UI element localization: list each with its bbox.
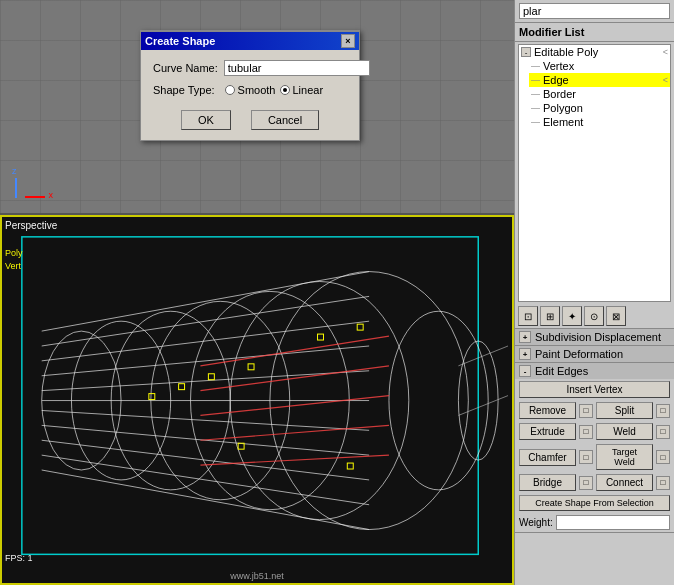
panel-toolbar: ⊡ ⊞ ✦ ⊙ ⊠ xyxy=(515,304,674,329)
toolbar-icon-3[interactable]: ✦ xyxy=(562,306,582,326)
watermark: www.jb51.net xyxy=(230,571,284,581)
vert-label: Vert xyxy=(5,260,23,273)
ok-button[interactable]: OK xyxy=(181,110,231,130)
toolbar-icon-1[interactable]: ⊡ xyxy=(518,306,538,326)
bottom-area: Perspective Poly Vert FPS: 1 xyxy=(0,215,514,585)
poly-label: Poly xyxy=(5,247,23,260)
toolbar-icon-4[interactable]: ⊙ xyxy=(584,306,604,326)
paint-label: Paint Deformation xyxy=(535,348,623,360)
axis-indicator xyxy=(10,173,40,203)
dialog-buttons: OK Cancel xyxy=(153,106,347,130)
bridge-icon[interactable]: □ xyxy=(579,476,593,490)
weight-label: Weight: xyxy=(519,517,553,528)
remove-icon[interactable]: □ xyxy=(579,404,593,418)
dash-icon-2: — xyxy=(531,75,540,85)
left-area: Create Shape × Curve Name: Shape Type: xyxy=(0,0,514,585)
edit-edges-header[interactable]: - Edit Edges xyxy=(515,363,674,379)
object-name-input[interactable] xyxy=(519,3,670,19)
split-button[interactable]: Split xyxy=(596,402,653,419)
dialog-titlebar[interactable]: Create Shape × xyxy=(141,32,359,50)
create-shape-button[interactable]: Create Shape From Selection xyxy=(519,495,670,511)
toolbar-icon-2[interactable]: ⊞ xyxy=(540,306,560,326)
subdivision-label: Subdivision Displacement xyxy=(535,331,661,343)
remove-button[interactable]: Remove xyxy=(519,402,576,419)
shape-type-row: Shape Type: Smooth Linear xyxy=(153,84,347,96)
shape-type-label: Shape Type: xyxy=(153,84,215,96)
paint-header[interactable]: + Paint Deformation xyxy=(515,346,674,362)
connect-icon[interactable]: □ xyxy=(656,476,670,490)
subdivision-toggle[interactable]: + xyxy=(519,331,531,343)
insert-vertex-button[interactable]: Insert Vertex xyxy=(519,381,670,398)
tree-item-border[interactable]: — Border xyxy=(529,87,670,101)
tree-item-polygon[interactable]: — Polygon xyxy=(529,101,670,115)
extrude-button[interactable]: Extrude xyxy=(519,423,576,440)
smooth-option[interactable]: Smooth xyxy=(225,84,276,96)
weight-input[interactable] xyxy=(556,515,670,530)
chamfer-icon[interactable]: □ xyxy=(579,450,593,464)
perspective-label: Perspective xyxy=(5,220,57,231)
connect-button[interactable]: Connect xyxy=(596,474,653,491)
bridge-connect-row: Bridge □ Connect □ xyxy=(515,472,674,493)
side-labels: Poly Vert xyxy=(5,247,23,272)
create-shape-row: Create Shape From Selection xyxy=(515,493,674,513)
top-viewport[interactable]: Create Shape × Curve Name: Shape Type: xyxy=(0,0,514,215)
edit-edges-section: - Edit Edges Insert Vertex Remove □ Spli… xyxy=(515,363,674,533)
main-container: Create Shape × Curve Name: Shape Type: xyxy=(0,0,674,585)
modifier-tree[interactable]: - Editable Poly < — Vertex — Edge < — Bo… xyxy=(518,44,671,302)
bridge-button[interactable]: Bridge xyxy=(519,474,576,491)
dialog-body: Curve Name: Shape Type: Smooth Lin xyxy=(141,50,359,140)
right-panel: Modifier List - Editable Poly < — Vertex… xyxy=(514,0,674,585)
dialog-overlay: Create Shape × Curve Name: Shape Type: xyxy=(140,30,360,141)
dash-icon-3: — xyxy=(531,89,540,99)
subdivision-header[interactable]: + Subdivision Displacement xyxy=(515,329,674,345)
tree-item-vertex[interactable]: — Vertex xyxy=(529,59,670,73)
create-shape-dialog: Create Shape × Curve Name: Shape Type: xyxy=(140,30,360,141)
smooth-radio[interactable] xyxy=(225,85,235,95)
extrude-weld-row: Extrude □ Weld □ xyxy=(515,421,674,442)
paint-section: + Paint Deformation xyxy=(515,346,674,363)
target-weld-button[interactable]: Target Weld xyxy=(596,444,653,470)
vertex-label: Vertex xyxy=(543,60,574,72)
linear-label: Linear xyxy=(293,84,324,96)
dash-icon-4: — xyxy=(531,103,540,113)
curve-name-label: Curve Name: xyxy=(153,62,218,74)
curve-name-row: Curve Name: xyxy=(153,60,347,76)
remove-split-row: Remove □ Split □ xyxy=(515,400,674,421)
curve-name-input[interactable] xyxy=(224,60,370,76)
edit-edges-label: Edit Edges xyxy=(535,365,588,377)
tree-item-edge[interactable]: — Edge < xyxy=(529,73,670,87)
split-icon[interactable]: □ xyxy=(656,404,670,418)
linear-radio[interactable] xyxy=(280,85,290,95)
paint-toggle[interactable]: + xyxy=(519,348,531,360)
edge-arrow: < xyxy=(663,75,668,85)
element-label: Element xyxy=(543,116,583,128)
tree-item-editable-poly[interactable]: - Editable Poly < xyxy=(519,45,670,59)
edge-label: Edge xyxy=(543,74,569,86)
weld-icon[interactable]: □ xyxy=(656,425,670,439)
arrow-indicator: < xyxy=(663,47,668,57)
edit-edges-toggle[interactable]: - xyxy=(519,365,531,377)
border-label: Border xyxy=(543,88,576,100)
polygon-label: Polygon xyxy=(543,102,583,114)
extrude-icon[interactable]: □ xyxy=(579,425,593,439)
target-weld-icon[interactable]: □ xyxy=(656,450,670,464)
tree-collapse-icon[interactable]: - xyxy=(521,47,531,57)
subdivision-section: + Subdivision Displacement xyxy=(515,329,674,346)
panel-name-field xyxy=(515,0,674,23)
perspective-viewport[interactable]: Perspective Poly Vert FPS: 1 xyxy=(0,215,514,585)
chamfer-targetweld-row: Chamfer □ Target Weld □ xyxy=(515,442,674,472)
linear-option[interactable]: Linear xyxy=(280,84,324,96)
chamfer-button[interactable]: Chamfer xyxy=(519,449,576,466)
toolbar-icon-5[interactable]: ⊠ xyxy=(606,306,626,326)
editable-poly-label: Editable Poly xyxy=(534,46,598,58)
modifier-list-header: Modifier List xyxy=(515,23,674,42)
cancel-button[interactable]: Cancel xyxy=(251,110,319,130)
dash-icon-5: — xyxy=(531,117,540,127)
weld-button[interactable]: Weld xyxy=(596,423,653,440)
z-axis xyxy=(15,178,17,198)
tree-item-element[interactable]: — Element xyxy=(529,115,670,129)
mesh-svg xyxy=(2,217,512,584)
weight-row: Weight: xyxy=(515,513,674,532)
dialog-close-button[interactable]: × xyxy=(341,34,355,48)
smooth-label: Smooth xyxy=(238,84,276,96)
